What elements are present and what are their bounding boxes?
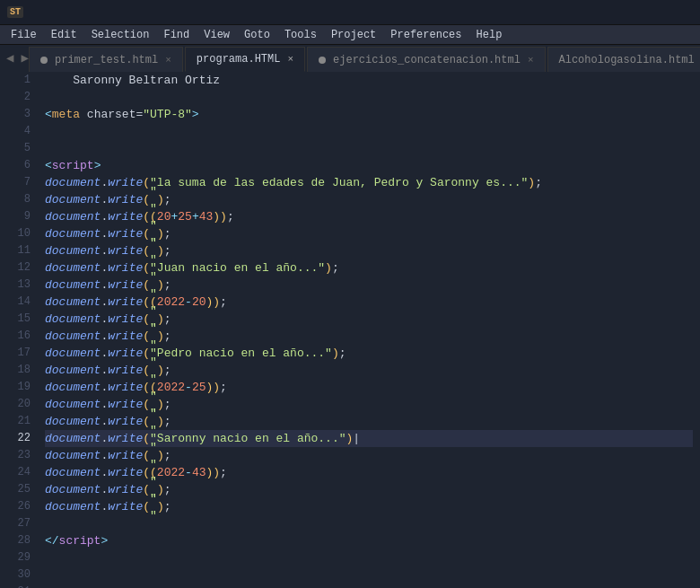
tab-label: ejercicios_concatenacion.html xyxy=(333,54,521,66)
code-line-22: document.write("Saronny nacio en el año.… xyxy=(45,430,693,447)
line-number-13: 13 xyxy=(4,276,31,294)
menu-item-project[interactable]: Project xyxy=(324,25,383,45)
line-number-17: 17 xyxy=(4,345,31,362)
code-line-16: document.write(""); xyxy=(45,328,693,345)
line-number-22: 22 xyxy=(4,430,31,447)
nav-next-button[interactable]: ▶ xyxy=(18,52,31,65)
code-line-3: <meta charset="UTP-8"> xyxy=(45,106,693,123)
code-line-29 xyxy=(45,549,693,566)
line-numbers: 1234567891011121314151617181920212223242… xyxy=(0,72,38,588)
line-number-2: 2 xyxy=(4,89,31,106)
line-number-10: 10 xyxy=(4,225,31,242)
menu-item-view[interactable]: View xyxy=(197,25,237,45)
code-line-25: document.write(""); xyxy=(45,481,693,498)
code-line-13: document.write(""); xyxy=(45,276,693,294)
line-number-23: 23 xyxy=(4,447,31,464)
line-number-30: 30 xyxy=(4,566,31,584)
line-number-27: 27 xyxy=(4,515,31,532)
menu-item-selection[interactable]: Selection xyxy=(84,25,157,45)
menu-item-help[interactable]: Help xyxy=(469,25,510,45)
tab-modified-dot xyxy=(319,57,326,64)
line-number-14: 14 xyxy=(4,294,31,311)
code-line-8: document.write(""); xyxy=(45,191,693,208)
menu-item-find[interactable]: Find xyxy=(156,25,197,45)
line-number-29: 29 xyxy=(4,549,31,566)
menu-item-file[interactable]: File xyxy=(4,25,44,45)
code-line-30 xyxy=(45,566,693,584)
line-number-18: 18 xyxy=(4,362,31,379)
tab-2[interactable]: ejercicios_concatenacion.html× xyxy=(307,47,545,72)
tab-close-button[interactable]: × xyxy=(528,55,534,66)
tabs-container: primer_test.html×programa.HTML×ejercicio… xyxy=(0,45,700,72)
code-line-24: document.write((2022-43)); xyxy=(45,464,693,481)
tab-label: programa.HTML xyxy=(197,53,281,66)
code-line-18: document.write(""); xyxy=(45,362,693,379)
code-editor[interactable]: 1234567891011121314151617181920212223242… xyxy=(0,72,700,588)
menu-item-edit[interactable]: Edit xyxy=(44,25,84,45)
tab-1[interactable]: programa.HTML× xyxy=(185,47,305,72)
app-icon: ST xyxy=(7,6,23,18)
tab-bar: ◀ ▶ primer_test.html×programa.HTML×ejerc… xyxy=(0,45,700,72)
code-line-9: document.write((20+25+43)); xyxy=(45,208,693,225)
tab-label: Alcohologasolina.html xyxy=(559,54,695,66)
code-line-28: </script> xyxy=(45,532,693,549)
line-number-8: 8 xyxy=(4,191,31,208)
code-line-10: document.write(""); xyxy=(45,225,693,242)
tab-modified-dot xyxy=(40,57,48,64)
code-line-7: document.write("la suma de las edades de… xyxy=(45,174,693,191)
line-number-3: 3 xyxy=(4,106,31,123)
nav-prev-button[interactable]: ◀ xyxy=(4,52,16,65)
line-number-11: 11 xyxy=(4,242,31,259)
code-line-19: document.write((2022-25)); xyxy=(45,379,693,396)
line-number-6: 6 xyxy=(4,157,31,174)
code-line-31 xyxy=(45,584,693,588)
menu-item-tools[interactable]: Tools xyxy=(277,25,324,45)
line-number-26: 26 xyxy=(4,498,31,515)
code-line-2 xyxy=(45,89,693,106)
tab-close-button[interactable]: × xyxy=(165,55,171,66)
line-number-21: 21 xyxy=(4,413,31,430)
title-bar: ST xyxy=(0,0,700,25)
line-number-25: 25 xyxy=(4,481,31,498)
line-number-9: 9 xyxy=(4,208,31,225)
tab-label: primer_test.html xyxy=(55,54,158,66)
code-line-12: document.write("Juan nacio en el año..."… xyxy=(45,259,693,276)
line-number-1: 1 xyxy=(4,72,31,89)
line-number-28: 28 xyxy=(4,532,31,549)
line-number-12: 12 xyxy=(4,259,31,276)
code-line-11: document.write(""); xyxy=(45,242,693,259)
code-line-17: document.write("Pedro nacio en el año...… xyxy=(45,345,693,362)
code-line-21: document.write(""); xyxy=(45,413,693,430)
line-number-7: 7 xyxy=(4,174,31,191)
code-line-15: document.write(""); xyxy=(45,311,693,328)
code-line-1: Saronny Beltran Ortiz xyxy=(45,72,693,89)
line-number-20: 20 xyxy=(4,396,31,413)
code-line-6: <script> xyxy=(45,157,693,174)
line-number-5: 5 xyxy=(4,140,31,157)
tab-close-button[interactable]: × xyxy=(287,54,293,65)
line-number-16: 16 xyxy=(4,328,31,345)
menu-item-goto[interactable]: Goto xyxy=(237,25,277,45)
tab-3[interactable]: Alcohologasolina.html× xyxy=(547,47,700,72)
code-line-23: document.write(""); xyxy=(45,447,693,464)
tab-0[interactable]: primer_test.html× xyxy=(29,47,183,72)
code-line-4 xyxy=(45,123,693,140)
menu-item-preferences[interactable]: Preferences xyxy=(383,25,468,45)
line-number-19: 19 xyxy=(4,379,31,396)
code-line-26: document.write(""); xyxy=(45,498,693,515)
code-line-27 xyxy=(45,515,693,532)
code-line-14: document.write((2022-20)); xyxy=(45,294,693,311)
line-number-31: 31 xyxy=(4,584,31,588)
code-line-20: document.write(""); xyxy=(45,396,693,413)
menu-bar: FileEditSelectionFindViewGotoToolsProjec… xyxy=(0,25,700,45)
code-content[interactable]: Saronny Beltran Ortiz<meta charset="UTP-… xyxy=(38,72,700,588)
line-number-24: 24 xyxy=(4,464,31,481)
line-number-15: 15 xyxy=(4,311,31,328)
line-number-4: 4 xyxy=(4,123,31,140)
code-line-5 xyxy=(45,140,693,157)
